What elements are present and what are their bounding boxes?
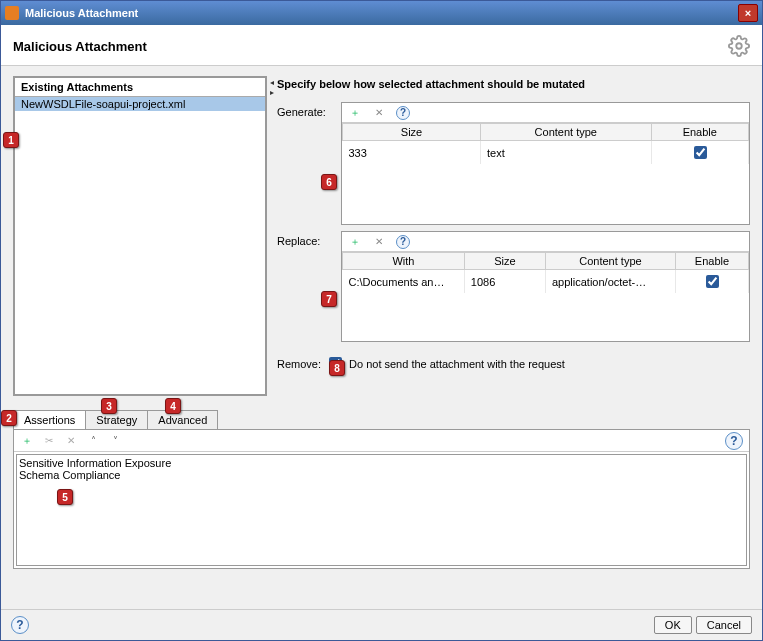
assertions-list[interactable]: Sensitive Information Exposure Schema Co… <box>16 454 747 566</box>
close-button[interactable]: × <box>738 4 758 22</box>
callout-6: 6 <box>321 174 337 190</box>
generate-table-container: ＋ ✕ ? Size Content type Enable 333 <box>341 102 750 225</box>
callout-8: 8 <box>329 360 345 376</box>
upper-section: Existing Attachments NewWSDLFile-soapui-… <box>13 76 750 396</box>
move-up-icon[interactable]: ˄ <box>86 434 100 448</box>
cell-with[interactable]: C:\Documents an… <box>343 270 465 294</box>
cell-enable[interactable] <box>675 270 748 294</box>
scroll-left-icon[interactable]: ◂ <box>267 78 277 88</box>
app-icon <box>5 6 19 20</box>
callout-1: 1 <box>3 132 19 148</box>
replace-table: With Size Content type Enable C:\Documen… <box>342 252 749 293</box>
help-icon[interactable]: ? <box>396 235 410 249</box>
help-icon[interactable]: ? <box>725 432 743 450</box>
panel-scroll[interactable]: ◂ ▸ <box>267 78 277 98</box>
dialog-window: Malicious Attachment × Malicious Attachm… <box>0 0 763 641</box>
tab-assertions[interactable]: Assertions <box>13 410 86 429</box>
mutation-description: Specify below how selected attachment sh… <box>277 76 750 96</box>
cell-content-type[interactable]: text <box>481 141 652 165</box>
replace-table-container: ＋ ✕ ? With Size Content type Enable <box>341 231 750 342</box>
mutation-config-panel: Specify below how selected attachment sh… <box>277 76 750 396</box>
help-icon[interactable]: ? <box>396 106 410 120</box>
enable-checkbox[interactable] <box>694 146 707 159</box>
generate-row: Generate: ＋ ✕ ? Size Content type Enable <box>277 102 750 225</box>
content-area: Existing Attachments NewWSDLFile-soapui-… <box>1 66 762 609</box>
assertion-item[interactable]: Sensitive Information Exposure <box>19 457 744 469</box>
remove-label: Remove: <box>277 358 321 370</box>
callout-7: 7 <box>321 291 337 307</box>
callout-5: 5 <box>57 489 73 505</box>
generate-label: Generate: <box>277 102 335 118</box>
col-with[interactable]: With <box>343 253 465 270</box>
callout-2: 2 <box>1 410 17 426</box>
existing-attachments-panel: Existing Attachments NewWSDLFile-soapui-… <box>13 76 267 396</box>
cell-enable[interactable] <box>651 141 748 165</box>
replace-row: Replace: ＋ ✕ ? With Size Content type <box>277 231 750 342</box>
close-icon: × <box>745 7 751 19</box>
tab-advanced[interactable]: Advanced <box>147 410 218 429</box>
attachments-list[interactable]: NewWSDLFile-soapui-project.xml <box>15 97 265 394</box>
generate-toolbar: ＋ ✕ ? <box>342 103 749 123</box>
enable-checkbox[interactable] <box>706 275 719 288</box>
gear-icon[interactable] <box>728 35 750 57</box>
remove-icon[interactable]: ✕ <box>372 106 386 120</box>
col-size[interactable]: Size <box>464 253 545 270</box>
move-down-icon[interactable]: ˅ <box>108 434 122 448</box>
callout-3: 3 <box>101 398 117 414</box>
assertion-item[interactable]: Schema Compliance <box>19 469 744 481</box>
col-enable[interactable]: Enable <box>651 124 748 141</box>
generate-table: Size Content type Enable 333 text <box>342 123 749 164</box>
title-bar: Malicious Attachment × <box>1 1 762 25</box>
attachment-item[interactable]: NewWSDLFile-soapui-project.xml <box>15 97 265 111</box>
remove-row: Remove: Do not send the attachment with … <box>277 348 750 373</box>
add-assertion-icon[interactable]: ＋ <box>20 434 34 448</box>
scroll-right-icon[interactable]: ▸ <box>267 88 277 98</box>
replace-empty-area <box>342 293 749 341</box>
cell-content-type[interactable]: application/octet-… <box>545 270 675 294</box>
existing-attachments-header: Existing Attachments <box>15 78 265 97</box>
help-button[interactable]: ? <box>11 616 29 634</box>
ok-button[interactable]: OK <box>654 616 692 634</box>
cancel-button[interactable]: Cancel <box>696 616 752 634</box>
col-enable[interactable]: Enable <box>675 253 748 270</box>
button-bar: ? OK Cancel <box>1 609 762 640</box>
assertions-toolbar: ＋ ✂ ✕ ˄ ˅ ? <box>14 430 749 452</box>
remove-checkbox-label: Do not send the attachment with the requ… <box>349 358 565 370</box>
table-row[interactable]: 333 text <box>343 141 749 165</box>
col-size[interactable]: Size <box>343 124 481 141</box>
generate-empty-area <box>342 164 749 224</box>
configure-icon[interactable]: ✂ <box>42 434 56 448</box>
add-icon[interactable]: ＋ <box>348 235 362 249</box>
table-row[interactable]: C:\Documents an… 1086 application/octet-… <box>343 270 749 294</box>
cell-size[interactable]: 333 <box>343 141 481 165</box>
remove-icon[interactable]: ✕ <box>372 235 386 249</box>
cell-size[interactable]: 1086 <box>464 270 545 294</box>
callout-4: 4 <box>165 398 181 414</box>
page-title: Malicious Attachment <box>13 39 147 54</box>
tab-strategy[interactable]: Strategy <box>85 410 148 429</box>
col-content-type[interactable]: Content type <box>545 253 675 270</box>
col-content-type[interactable]: Content type <box>481 124 652 141</box>
svg-point-0 <box>736 43 742 49</box>
window-title: Malicious Attachment <box>25 7 138 19</box>
assertions-panel: ＋ ✂ ✕ ˄ ˅ ? Sensitive Information Exposu… <box>13 429 750 569</box>
tab-bar: Assertions Strategy Advanced 2 3 4 <box>13 410 750 429</box>
add-icon[interactable]: ＋ <box>348 106 362 120</box>
delete-icon[interactable]: ✕ <box>64 434 78 448</box>
dialog-header: Malicious Attachment <box>1 25 762 66</box>
replace-toolbar: ＋ ✕ ? <box>342 232 749 252</box>
replace-label: Replace: <box>277 231 335 247</box>
